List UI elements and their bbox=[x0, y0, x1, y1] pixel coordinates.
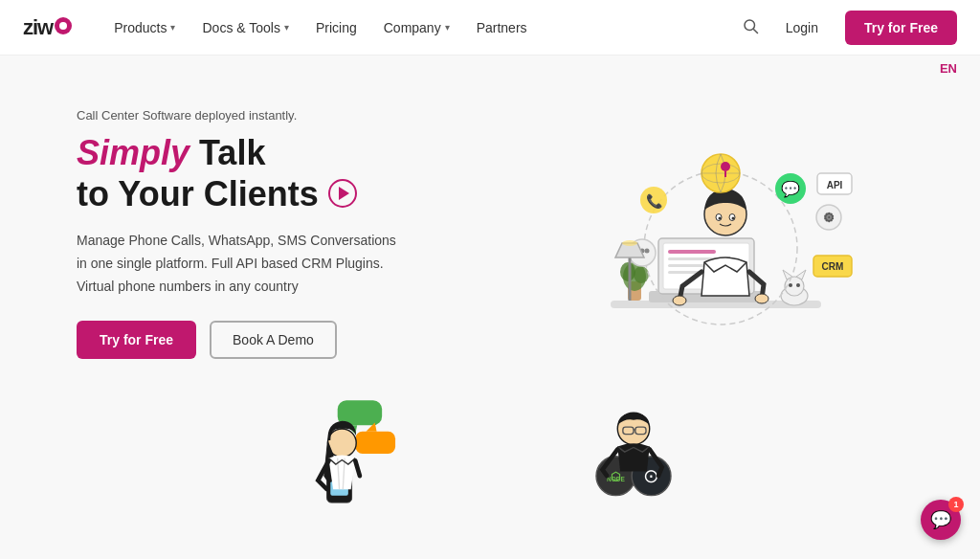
nav-item-partners[interactable]: Partners bbox=[465, 14, 539, 41]
hero-illustration: 💬 📞 API ⚙ CRM bbox=[490, 109, 903, 358]
svg-text:CRM: CRM bbox=[822, 261, 844, 272]
chat-icon: 💬 bbox=[930, 509, 951, 530]
svg-line-1 bbox=[753, 29, 757, 33]
nav-item-pricing[interactable]: Pricing bbox=[304, 14, 368, 41]
svg-text:💬: 💬 bbox=[781, 180, 800, 198]
svg-point-14 bbox=[732, 217, 735, 220]
chevron-down-icon: ▾ bbox=[170, 22, 175, 33]
chevron-down-icon: ▾ bbox=[284, 22, 289, 33]
svg-point-39 bbox=[645, 249, 650, 254]
svg-point-15 bbox=[673, 296, 686, 305]
svg-rect-6 bbox=[668, 250, 716, 254]
svg-rect-51 bbox=[355, 432, 395, 454]
hero-svg: 💬 📞 API ⚙ CRM bbox=[534, 114, 859, 353]
svg-point-31 bbox=[721, 162, 730, 171]
hero-buttons: Try for Free Book A Demo bbox=[77, 321, 490, 359]
nav-links: Products ▾ Docs & Tools ▾ Pricing Compan… bbox=[102, 14, 741, 41]
hero-title: Simply Talk to Your Clients bbox=[77, 132, 490, 214]
svg-point-16 bbox=[755, 294, 768, 303]
play-button[interactable] bbox=[328, 179, 357, 208]
logo[interactable]: ziw bbox=[23, 15, 72, 40]
lang-bar: EN bbox=[0, 56, 980, 76]
svg-text:API: API bbox=[827, 180, 843, 190]
search-icon[interactable] bbox=[742, 17, 759, 38]
nav-item-company[interactable]: Company ▾ bbox=[372, 14, 461, 41]
hero-description: Manage Phone Calls, WhatsApp, SMS Conver… bbox=[77, 230, 440, 298]
language-selector[interactable]: EN bbox=[940, 61, 957, 76]
svg-point-0 bbox=[745, 20, 755, 31]
hero-tagline: Call Center Software deployed instantly. bbox=[77, 108, 490, 123]
svg-text:📞: 📞 bbox=[646, 193, 663, 210]
hero-section: Call Center Software deployed instantly.… bbox=[0, 76, 980, 382]
svg-point-25 bbox=[620, 262, 635, 281]
woman-illustration bbox=[275, 391, 418, 516]
svg-point-13 bbox=[719, 217, 722, 220]
svg-point-26 bbox=[634, 266, 649, 283]
chat-widget[interactable]: 💬 1 bbox=[921, 500, 961, 540]
figure-woman bbox=[260, 391, 433, 516]
svg-text:NODE: NODE bbox=[607, 476, 625, 482]
nav-item-docs[interactable]: Docs & Tools ▾ bbox=[190, 14, 300, 41]
navbar: ziw Products ▾ Docs & Tools ▾ Pricing Co… bbox=[0, 0, 980, 56]
hero-book-demo-button[interactable]: Book A Demo bbox=[210, 321, 337, 359]
logo-text: ziw bbox=[23, 15, 53, 40]
logo-icon bbox=[55, 17, 72, 34]
chevron-down-icon: ▾ bbox=[445, 22, 450, 33]
nav-item-products[interactable]: Products ▾ bbox=[102, 14, 187, 41]
lower-section: ⬡ NODE ⊙ bbox=[0, 382, 980, 525]
svg-point-21 bbox=[789, 283, 792, 287]
nav-try-free-button[interactable]: Try for Free bbox=[845, 11, 957, 45]
hero-title-simply: Simply bbox=[77, 133, 189, 172]
chat-badge: 1 bbox=[948, 497, 964, 512]
svg-text:⚙: ⚙ bbox=[823, 210, 835, 225]
login-button[interactable]: Login bbox=[774, 14, 830, 41]
nav-right: Login Try for Free bbox=[742, 11, 957, 45]
hero-try-free-button[interactable]: Try for Free bbox=[77, 321, 196, 359]
hero-content: Call Center Software deployed instantly.… bbox=[77, 108, 490, 360]
svg-point-48 bbox=[622, 240, 637, 246]
man-illustration: ⬡ NODE ⊙ bbox=[562, 391, 705, 516]
svg-point-22 bbox=[796, 283, 800, 287]
figure-man-tech: ⬡ NODE ⊙ bbox=[547, 391, 720, 516]
